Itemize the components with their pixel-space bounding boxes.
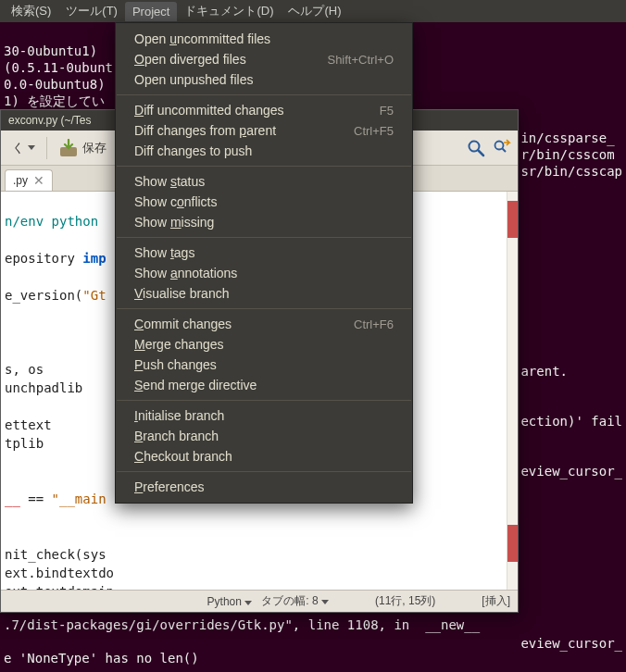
code-text: unchpadlib <box>5 380 82 395</box>
menu-checkout-branch[interactable]: Checkout branch <box>116 446 412 467</box>
menu-diff-uncommitted[interactable]: Diff uncommitted changesF5 <box>116 100 412 120</box>
menu-separator <box>117 166 411 167</box>
term-line: eview_cursor_ <box>520 464 622 479</box>
accel: Ctrl+F6 <box>354 317 394 331</box>
svg-line-2 <box>479 150 484 156</box>
menu-send-merge[interactable]: Send merge directive <box>116 375 412 395</box>
code-text: e_version( <box>5 288 82 303</box>
menu-search[interactable]: 検索(S) <box>4 0 58 22</box>
tabwidth-selector[interactable]: タブの幅: 8 <box>261 593 329 609</box>
code-string: "__main <box>52 492 106 506</box>
project-menu: Open uncommitted files Open diverged fil… <box>115 22 413 504</box>
term-line: r/bin/csscom <box>520 147 614 162</box>
code-text: s, os <box>5 362 44 377</box>
statusbar: Python タブの幅: 8 (11行, 15列) [挿入] <box>1 590 518 612</box>
code-keyword: imp <box>82 251 106 266</box>
term-line: in/cssparse_ <box>520 131 614 145</box>
marker <box>507 525 518 562</box>
menu-push-changes[interactable]: Push changes <box>116 355 412 375</box>
close-icon[interactable]: ✕ <box>33 173 44 188</box>
tab-label: .py <box>13 174 28 187</box>
menu-visualise-branch[interactable]: Visualise branch <box>116 283 412 304</box>
menu-open-diverged[interactable]: Open diverged filesShift+Ctrl+O <box>116 49 412 69</box>
term-line: e 'NoneType' has no len() <box>4 651 199 666</box>
menu-tools[interactable]: ツール(T) <box>58 0 125 22</box>
replace-icon[interactable] <box>492 138 512 158</box>
accel: Ctrl+F5 <box>354 124 394 138</box>
menu-merge-changes[interactable]: Merge changes <box>116 334 412 355</box>
menu-show-conflicts[interactable]: Show conflicts <box>116 192 412 212</box>
menu-project[interactable]: Project <box>125 2 177 21</box>
term-line: arent. <box>520 364 568 379</box>
menu-help[interactable]: ヘルプ(H) <box>281 0 348 22</box>
dropdown-icon <box>28 145 35 150</box>
menu-commit-changes[interactable]: Commit changesCtrl+F6 <box>116 314 412 334</box>
save-label: 保存 <box>82 140 106 156</box>
svg-point-3 <box>495 141 504 149</box>
code-string: "Gt <box>82 288 106 303</box>
accel: Shift+Ctrl+O <box>327 53 394 67</box>
menu-init-branch[interactable]: Initialise branch <box>116 405 412 426</box>
menu-separator <box>117 471 411 472</box>
code-text: == <box>20 492 52 506</box>
menu-branch-branch[interactable]: Branch branch <box>116 426 412 446</box>
save-icon <box>58 138 79 158</box>
menu-show-missing[interactable]: Show missing <box>116 212 412 232</box>
code-text: nit_check(sys <box>5 547 106 562</box>
accel: F5 <box>380 104 394 118</box>
term-line: 1) を設定してい <box>4 93 105 108</box>
term-line: ection)' fail <box>520 414 622 429</box>
menu-show-tags[interactable]: Show tags <box>116 243 412 263</box>
code-text: n/env python <box>5 214 98 229</box>
menu-diff-push[interactable]: Diff changes to push <box>116 141 412 161</box>
svg-line-4 <box>503 148 507 152</box>
menu-document[interactable]: ドキュメント(D) <box>177 0 281 22</box>
dropdown-icon <box>244 601 252 605</box>
overview-ruler[interactable] <box>507 192 518 590</box>
insert-mode[interactable]: [挿入] <box>482 593 510 609</box>
code-text: epository <box>5 251 82 266</box>
code-text: __ <box>5 492 20 506</box>
menubar: 検索(S) ツール(T) Project ドキュメント(D) ヘルプ(H) <box>0 0 626 22</box>
code-text: ext.textdomain <box>5 584 114 590</box>
term-line: eview_cursor_ <box>520 636 622 651</box>
menu-separator <box>117 94 411 95</box>
menu-diff-parent[interactable]: Diff changes from parentCtrl+F5 <box>116 120 412 141</box>
menu-preferences[interactable]: Preferences <box>116 477 412 497</box>
term-line: 0.0-0ubuntu8) <box>4 77 106 92</box>
dropdown-icon <box>321 600 329 604</box>
code-text: ettext <box>5 417 52 432</box>
term-line: .7/dist-packages/gi/overrides/Gtk.py", l… <box>4 617 480 632</box>
file-tab[interactable]: .py ✕ <box>5 169 53 191</box>
open-button[interactable]: く <box>6 136 41 160</box>
lang-selector[interactable]: Python <box>207 595 253 608</box>
term-line: (0.5.11-0ubunt <box>4 60 113 75</box>
term-line: 30-0ubuntu1) <box>4 44 106 58</box>
menu-separator <box>117 237 411 238</box>
code-text: ext.bindtextdo <box>5 566 114 580</box>
menu-show-status[interactable]: Show status <box>116 171 412 192</box>
menu-separator <box>117 308 411 309</box>
term-line: sr/bin/csscap <box>520 164 622 179</box>
code-text: tplib <box>5 436 44 451</box>
menu-separator <box>117 400 411 401</box>
menu-open-uncommitted[interactable]: Open uncommitted files <box>116 29 412 49</box>
cursor-position: (11行, 15列) <box>375 593 435 609</box>
open-label: く <box>12 140 24 156</box>
marker <box>507 201 518 238</box>
save-button[interactable]: 保存 <box>53 134 112 162</box>
search-icon[interactable] <box>466 138 486 158</box>
menu-show-annotations[interactable]: Show annotations <box>116 263 412 283</box>
menu-open-unpushed[interactable]: Open unpushed files <box>116 69 412 90</box>
